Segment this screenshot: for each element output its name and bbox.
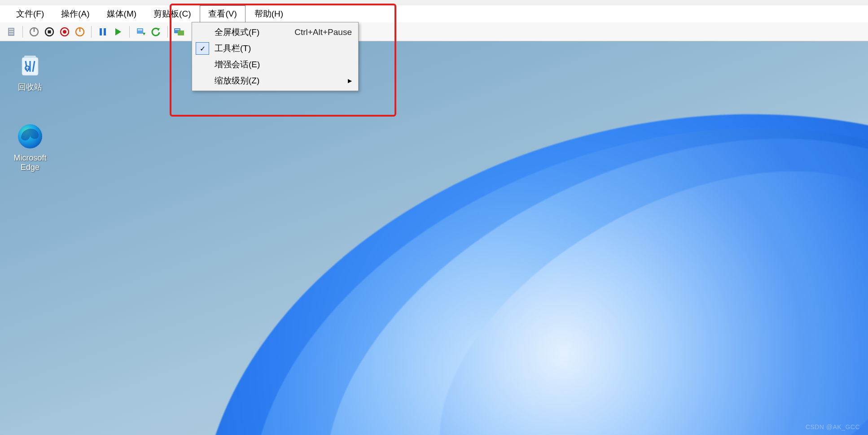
svg-rect-4 — [9, 29, 13, 30]
svg-rect-15 — [100, 28, 102, 35]
svg-rect-16 — [104, 28, 106, 35]
desktop-icon-microsoft-edge[interactable]: Microsoft Edge — [5, 122, 55, 172]
svg-rect-23 — [178, 30, 184, 35]
check-icon: ✓ — [196, 42, 209, 55]
pause-icon[interactable] — [96, 25, 110, 39]
menu-item-shortcut: Ctrl+Alt+Pause — [285, 27, 352, 37]
menu-file[interactable]: 文件(F) — [8, 5, 52, 22]
toolbar-separator — [22, 26, 23, 38]
menu-label: 操作(A) — [61, 8, 89, 20]
menubar: 文件(F) 操作(A) 媒体(M) 剪贴板(C) 查看(V) 帮助(H) — [0, 5, 868, 22]
svg-rect-10 — [48, 30, 51, 33]
svg-point-12 — [63, 30, 66, 34]
menu-clipboard[interactable]: 剪贴板(C) — [145, 5, 199, 22]
server-icon[interactable] — [4, 25, 18, 39]
menu-label: 媒体(M) — [107, 8, 136, 20]
stop-icon[interactable] — [43, 25, 56, 39]
menu-item-label: 增强会话(E) — [215, 59, 260, 70]
svg-marker-20 — [143, 33, 145, 35]
menu-help[interactable]: 帮助(H) — [246, 5, 291, 22]
menu-action[interactable]: 操作(A) — [53, 5, 97, 22]
toolbar — [0, 22, 868, 41]
menu-item-label: 缩放级别(Z) — [215, 75, 259, 87]
svg-marker-17 — [115, 28, 121, 35]
menu-item-label: 工具栏(T) — [215, 43, 251, 54]
edge-icon — [16, 122, 44, 151]
svg-marker-21 — [157, 28, 160, 31]
toolbar-separator — [129, 26, 130, 38]
watermark: CSDN @AK_GCC — [806, 423, 860, 431]
revert-icon[interactable] — [149, 25, 163, 39]
power-icon-gray[interactable] — [27, 25, 41, 39]
power-icon-orange[interactable] — [73, 25, 87, 39]
svg-rect-19 — [138, 29, 142, 30]
svg-rect-5 — [9, 31, 13, 32]
svg-rect-6 — [9, 33, 13, 35]
menu-item-fullscreen[interactable]: 全屏模式(F) Ctrl+Alt+Pause — [193, 24, 357, 40]
menu-media[interactable]: 媒体(M) — [99, 5, 145, 22]
enhanced-session-icon[interactable] — [172, 25, 186, 39]
svg-rect-18 — [137, 28, 143, 34]
menu-label: 帮助(H) — [254, 8, 283, 20]
svg-rect-24 — [175, 29, 180, 30]
desktop-icon-label: Microsoft Edge — [5, 153, 55, 172]
record-icon[interactable] — [58, 25, 71, 39]
recycle-bin-icon — [16, 50, 44, 79]
menu-view[interactable]: 查看(V) — [200, 5, 245, 22]
desktop-icon-recycle-bin[interactable]: 回收站 — [5, 50, 55, 92]
play-icon[interactable] — [111, 25, 125, 39]
menu-label: 文件(F) — [16, 8, 44, 20]
toolbar-separator — [167, 26, 168, 38]
check-icon — [196, 26, 209, 39]
menu-item-zoom[interactable]: 缩放级别(Z) ▶ — [193, 73, 357, 89]
menu-item-label: 全屏模式(F) — [215, 26, 259, 38]
checkpoint-icon[interactable] — [134, 25, 148, 39]
menu-item-enhanced-session[interactable]: 增强会话(E) — [193, 57, 357, 73]
guest-desktop[interactable]: 回收站 Microsoft Edge — [0, 41, 868, 435]
check-icon — [196, 58, 209, 71]
menu-label: 查看(V) — [208, 8, 237, 20]
menu-label: 剪贴板(C) — [153, 8, 191, 20]
menu-item-toolbar[interactable]: ✓ 工具栏(T) — [193, 40, 357, 57]
toolbar-separator — [91, 26, 92, 38]
desktop-icon-label: 回收站 — [5, 82, 55, 92]
submenu-arrow-icon: ▶ — [348, 78, 352, 84]
view-menu-dropdown: 全屏模式(F) Ctrl+Alt+Pause ✓ 工具栏(T) 增强会话(E) … — [192, 22, 359, 91]
check-icon — [196, 74, 209, 87]
